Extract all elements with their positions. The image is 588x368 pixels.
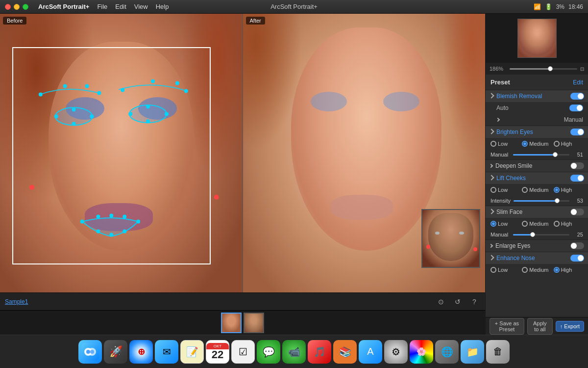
- enhance-low-radio[interactable]: [490, 267, 496, 273]
- enhance-medium-radio[interactable]: [522, 267, 528, 273]
- refresh-icon[interactable]: ↺: [452, 296, 464, 308]
- dock-mail[interactable]: ✉: [155, 340, 178, 364]
- lift-high[interactable]: High: [554, 187, 583, 193]
- lift-toggle[interactable]: [570, 175, 584, 182]
- brighten-low[interactable]: Low: [490, 141, 520, 147]
- lift-slider[interactable]: [514, 200, 569, 202]
- brighten-slider-thumb[interactable]: [553, 152, 558, 157]
- blemish-manual-label: Manual: [564, 116, 583, 123]
- dock-music[interactable]: 🎵: [308, 340, 331, 364]
- menu-help[interactable]: Help: [156, 3, 169, 10]
- filmstrip-thumb-2[interactable]: [244, 313, 264, 333]
- enhance-low[interactable]: Low: [490, 267, 520, 273]
- adj-enhance-header[interactable]: Enhance Nose: [486, 252, 588, 264]
- brighten-medium-radio[interactable]: [522, 141, 528, 147]
- dock-trash[interactable]: 🗑: [486, 340, 510, 364]
- enhance-toggle[interactable]: [570, 255, 584, 262]
- dock-reminders[interactable]: ☑: [231, 340, 255, 364]
- dock-photos[interactable]: 🌸: [410, 340, 433, 364]
- brighten-slider[interactable]: [513, 154, 569, 156]
- adj-brighten-header[interactable]: Brighten Eyes: [486, 126, 588, 138]
- enhance-medium[interactable]: Medium: [522, 267, 551, 273]
- blemish-toggle[interactable]: [570, 93, 584, 100]
- lift-high-radio[interactable]: [554, 187, 560, 193]
- blemish-auto-label: Auto: [496, 105, 509, 111]
- brighten-medium[interactable]: Medium: [522, 141, 551, 147]
- dock-folder[interactable]: 📁: [461, 340, 484, 364]
- zoom-slider-thumb[interactable]: [548, 66, 553, 71]
- export-button[interactable]: ↑ Export: [556, 321, 584, 332]
- filmstrip-thumb-1[interactable]: [221, 313, 242, 333]
- lift-medium-radio[interactable]: [522, 187, 528, 193]
- slim-low[interactable]: Low: [490, 221, 520, 227]
- dock-books[interactable]: 📚: [333, 340, 357, 364]
- traffic-lights[interactable]: [5, 4, 28, 10]
- blemish-auto-toggle[interactable]: [569, 105, 583, 111]
- adj-slim-header[interactable]: Slim Face: [486, 206, 588, 218]
- dock-facetime[interactable]: 📹: [282, 340, 306, 364]
- dock-finder[interactable]: [78, 340, 102, 364]
- brighten-high[interactable]: High: [554, 141, 583, 147]
- menu-edit[interactable]: Edit: [115, 3, 126, 10]
- filmstrip: [221, 313, 264, 333]
- slim-medium[interactable]: Medium: [522, 221, 551, 227]
- menu-file[interactable]: File: [97, 3, 107, 10]
- dock-calendar[interactable]: OKT 22: [206, 340, 229, 364]
- lift-low-radio[interactable]: [490, 187, 496, 193]
- svg-point-27: [214, 195, 219, 200]
- brighten-high-radio[interactable]: [554, 141, 560, 147]
- apply-all-button[interactable]: Apply to all: [527, 318, 553, 335]
- slim-low-radio[interactable]: [490, 221, 496, 227]
- svg-point-1: [129, 105, 167, 123]
- adj-enlarge-header[interactable]: Enlarge Eyes: [486, 240, 588, 252]
- blemish-manual[interactable]: Manual: [486, 114, 588, 126]
- help-icon[interactable]: ?: [468, 296, 480, 308]
- brighten-low-radio[interactable]: [490, 141, 496, 147]
- slim-high[interactable]: High: [554, 221, 583, 227]
- zoom-fit-button[interactable]: ⊡: [580, 66, 584, 72]
- face-detect-icon[interactable]: ⊙: [435, 296, 447, 308]
- edit-button[interactable]: Edit: [573, 79, 583, 86]
- lift-radio-group: Low Medium High: [486, 184, 588, 196]
- dock-launchpad[interactable]: 🚀: [104, 340, 127, 364]
- enhance-high-radio[interactable]: [554, 267, 560, 273]
- lift-slider-thumb[interactable]: [555, 198, 560, 203]
- dock-notes[interactable]: 📝: [180, 340, 204, 364]
- minimize-button[interactable]: [14, 4, 20, 10]
- brighten-toggle-arrow: [489, 129, 494, 134]
- fullscreen-button[interactable]: [23, 4, 28, 10]
- dock-appstore[interactable]: A: [359, 340, 382, 364]
- slim-slider-label: Manual: [490, 232, 510, 237]
- adj-lift-header[interactable]: Lift Cheeks: [486, 172, 588, 184]
- adj-blemish-header[interactable]: Blemish Removal: [486, 90, 588, 102]
- slim-slider-thumb[interactable]: [530, 232, 535, 237]
- canvas-main-area: Before: [0, 14, 485, 335]
- menu-view[interactable]: View: [134, 3, 148, 10]
- dock-syspref[interactable]: ⚙: [384, 340, 408, 364]
- enlarge-toggle[interactable]: [570, 242, 584, 249]
- lift-medium-label: Medium: [529, 187, 548, 193]
- dock-messages[interactable]: 💬: [257, 340, 280, 364]
- app-menu-label[interactable]: ArcSoft Portrait+: [38, 3, 89, 10]
- zoom-slider[interactable]: [510, 68, 577, 70]
- slim-toggle[interactable]: [570, 209, 584, 215]
- save-preset-button[interactable]: + Save as Preset: [490, 318, 524, 335]
- slim-high-radio[interactable]: [554, 221, 560, 227]
- sample-name[interactable]: Sample1: [5, 298, 28, 305]
- preview-thumbnail: [486, 14, 588, 63]
- slim-title: Slim Face: [496, 209, 570, 215]
- brighten-toggle[interactable]: [570, 129, 584, 135]
- enhance-high[interactable]: High: [554, 267, 583, 273]
- adj-deepen-header[interactable]: Deepen Smile: [486, 160, 588, 172]
- dock-browser[interactable]: 🌐: [435, 340, 459, 364]
- deepen-toggle[interactable]: [570, 162, 584, 169]
- lift-title: Lift Cheeks: [496, 175, 570, 182]
- dock-safari[interactable]: ⊕: [129, 340, 153, 364]
- slim-medium-radio[interactable]: [522, 221, 528, 227]
- slim-slider[interactable]: [513, 234, 569, 236]
- lift-low[interactable]: Low: [490, 187, 520, 193]
- svg-point-18: [80, 220, 84, 224]
- adj-deepen-smile: Deepen Smile: [486, 159, 588, 172]
- lift-medium[interactable]: Medium: [522, 187, 551, 193]
- close-button[interactable]: [5, 4, 11, 10]
